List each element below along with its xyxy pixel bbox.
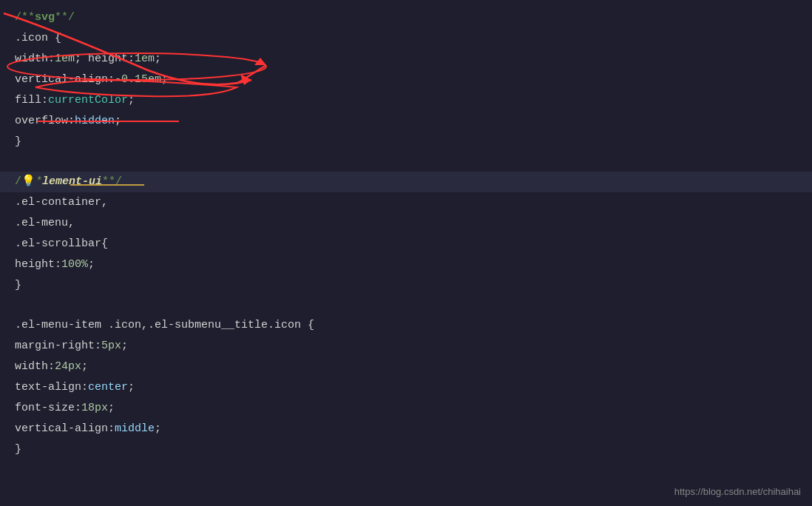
code-line: font-size: 18px; (0, 398, 812, 419)
code-line (0, 296, 812, 315)
code-line: overflow: hidden; (0, 111, 812, 132)
code-line: .el-menu, (0, 213, 812, 234)
code-editor: /**svg**/.icon { width: 1em; height: 1em… (0, 0, 812, 506)
code-line: } (0, 439, 812, 460)
code-line: width: 1em; height: 1em; (0, 49, 812, 70)
code-line: /💡*lement-ui**/ (0, 172, 812, 192)
code-line: fill: currentColor; (0, 90, 812, 111)
code-line: .el-menu-item .icon,.el-submenu__title .… (0, 315, 812, 336)
code-line: height: 100%; (0, 254, 812, 275)
code-line: .icon { (0, 28, 812, 49)
code-line: vertical-align: -0.15em; (0, 70, 812, 90)
code-line: /**svg**/ (0, 7, 812, 28)
code-line: text-align: center; (0, 377, 812, 398)
code-line: .el-container, (0, 192, 812, 213)
code-line: margin-right: 5px; (0, 336, 812, 357)
code-line: } (0, 275, 812, 296)
code-line: } (0, 132, 812, 152)
code-line: .el-scrollbar{ (0, 234, 812, 254)
watermark: https://blog.csdn.net/chihaihai (674, 486, 801, 497)
code-line: vertical-align: middle; (0, 419, 812, 439)
code-line (0, 152, 812, 172)
code-line: width: 24px; (0, 357, 812, 377)
